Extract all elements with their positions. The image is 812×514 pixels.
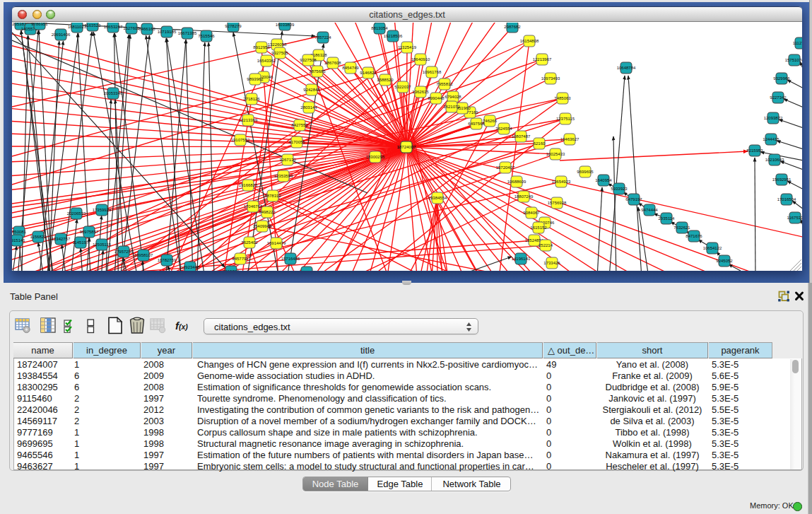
svg-text:1621072: 1621072 <box>443 105 460 109</box>
svg-text:12353594: 12353594 <box>274 174 293 178</box>
svg-text:7955812: 7955812 <box>436 82 453 86</box>
svg-text:10654122: 10654122 <box>703 246 722 250</box>
svg-text:9893962: 9893962 <box>247 77 264 81</box>
svg-text:18807249: 18807249 <box>514 194 534 199</box>
svg-text:16543362: 16543362 <box>257 59 276 63</box>
svg-text:16914479: 16914479 <box>267 241 286 245</box>
svg-text:15692951: 15692951 <box>772 177 792 182</box>
svg-text:5322037: 5322037 <box>394 85 411 89</box>
svg-text:17359924: 17359924 <box>93 208 112 212</box>
svg-text:1156829: 1156829 <box>30 235 47 239</box>
svg-text:9457791: 9457791 <box>232 257 249 261</box>
svg-text:9245052: 9245052 <box>716 259 733 263</box>
svg-text:2935114: 2935114 <box>659 216 676 221</box>
svg-text:850081: 850081 <box>12 230 27 234</box>
svg-text:6794028: 6794028 <box>445 95 461 99</box>
svg-text:1615152: 1615152 <box>530 226 547 230</box>
svg-text:6497568: 6497568 <box>468 122 485 126</box>
svg-text:8990448: 8990448 <box>428 96 445 100</box>
svg-text:7515546: 7515546 <box>198 34 215 38</box>
svg-text:9227342: 9227342 <box>770 95 787 100</box>
svg-text:20206533: 20206533 <box>67 211 86 216</box>
svg-text:3875685: 3875685 <box>309 69 326 74</box>
svg-text:746266: 746266 <box>483 119 498 123</box>
svg-text:7632621: 7632621 <box>673 226 690 230</box>
svg-text:1527602: 1527602 <box>123 26 140 30</box>
svg-text:13226058: 13226058 <box>268 42 287 47</box>
svg-text:7261705: 7261705 <box>298 270 315 271</box>
svg-text:12093872: 12093872 <box>764 116 783 120</box>
svg-text:4170055: 4170055 <box>288 140 305 144</box>
svg-text:9278279: 9278279 <box>225 24 242 28</box>
svg-text:8878312: 8878312 <box>264 194 281 198</box>
svg-text:9786951: 9786951 <box>31 23 48 26</box>
svg-text:90975857: 90975857 <box>80 230 99 234</box>
svg-text:1112733: 1112733 <box>793 41 802 45</box>
svg-text:8215953: 8215953 <box>746 148 763 153</box>
svg-text:2803144: 2803144 <box>300 105 317 110</box>
svg-text:19107552: 19107552 <box>231 138 250 142</box>
svg-text:10025433: 10025433 <box>546 152 565 156</box>
svg-text:8813054: 8813054 <box>371 26 388 30</box>
svg-text:7625402: 7625402 <box>241 240 258 245</box>
svg-text:9146821: 9146821 <box>360 71 377 75</box>
svg-text:19218506: 19218506 <box>384 34 403 38</box>
svg-text:18640910: 18640910 <box>411 57 430 62</box>
svg-text:1167533: 1167533 <box>787 216 802 220</box>
svg-text:1163523: 1163523 <box>85 23 102 28</box>
svg-text:12505115: 12505115 <box>93 243 112 247</box>
svg-text:15720407: 15720407 <box>496 165 515 170</box>
svg-text:1640954: 1640954 <box>595 178 612 182</box>
svg-text:14196141: 14196141 <box>512 257 531 261</box>
svg-text:12213967: 12213967 <box>533 57 552 62</box>
svg-text:13654923: 13654923 <box>552 180 571 184</box>
svg-text:9242848: 9242848 <box>303 88 320 92</box>
svg-text:1362615: 1362615 <box>412 90 429 94</box>
svg-text:10807487: 10807487 <box>512 134 531 139</box>
svg-text:15756928: 15756928 <box>548 201 567 205</box>
svg-text:12375115: 12375115 <box>556 117 575 121</box>
svg-text:6479197: 6479197 <box>625 197 642 201</box>
svg-text:8454749: 8454749 <box>342 66 359 70</box>
svg-text:17957255: 17957255 <box>114 250 134 254</box>
svg-text:10961768: 10961768 <box>423 70 442 74</box>
svg-text:5933923: 5933923 <box>611 187 628 191</box>
svg-text:11325419: 11325419 <box>398 45 417 49</box>
svg-text:15751074: 15751074 <box>785 58 802 62</box>
svg-text:9084067: 9084067 <box>523 211 540 215</box>
svg-text:252214: 252214 <box>539 243 553 247</box>
svg-text:9327508: 9327508 <box>300 58 317 62</box>
svg-text:12213369: 12213369 <box>239 118 258 122</box>
svg-text:1588520: 1588520 <box>377 78 394 82</box>
svg-text:19463627: 19463627 <box>560 137 579 141</box>
svg-text:9615326: 9615326 <box>223 269 240 271</box>
svg-text:7485063: 7485063 <box>554 96 571 100</box>
svg-text:10719185: 10719185 <box>158 30 177 34</box>
svg-text:20691406: 20691406 <box>52 33 71 37</box>
svg-text:10210643: 10210643 <box>765 158 784 162</box>
svg-text:9327505: 9327505 <box>271 51 288 55</box>
svg-text:9474444: 9474444 <box>641 208 658 212</box>
svg-text:10653267: 10653267 <box>104 25 123 29</box>
svg-text:2867608: 2867608 <box>324 61 341 65</box>
svg-text:1733426: 1733426 <box>543 261 560 265</box>
svg-text:3267130: 3267130 <box>279 158 296 162</box>
svg-text:1145197: 1145197 <box>73 240 90 245</box>
svg-text:2987682: 2987682 <box>504 25 521 29</box>
svg-text:15409948: 15409948 <box>253 224 272 228</box>
svg-text:16671385: 16671385 <box>178 31 197 35</box>
svg-text:10648784: 10648784 <box>617 66 636 70</box>
svg-text:16154808: 16154808 <box>520 39 539 43</box>
svg-text:18300295: 18300295 <box>366 155 385 159</box>
svg-text:18724007: 18724007 <box>397 145 416 149</box>
svg-text:9699695: 9699695 <box>577 170 594 174</box>
svg-text:62160: 62160 <box>534 141 546 146</box>
svg-text:1244415: 1244415 <box>763 137 779 141</box>
svg-text:3915141: 3915141 <box>12 238 25 243</box>
svg-text:20053346: 20053346 <box>104 91 123 95</box>
svg-text:19384554: 19384554 <box>428 196 447 200</box>
svg-text:19166825: 19166825 <box>239 183 258 187</box>
svg-text:12342757: 12342757 <box>52 237 71 241</box>
svg-text:9498222: 9498222 <box>259 210 276 214</box>
svg-text:12923448: 12923448 <box>181 265 200 269</box>
